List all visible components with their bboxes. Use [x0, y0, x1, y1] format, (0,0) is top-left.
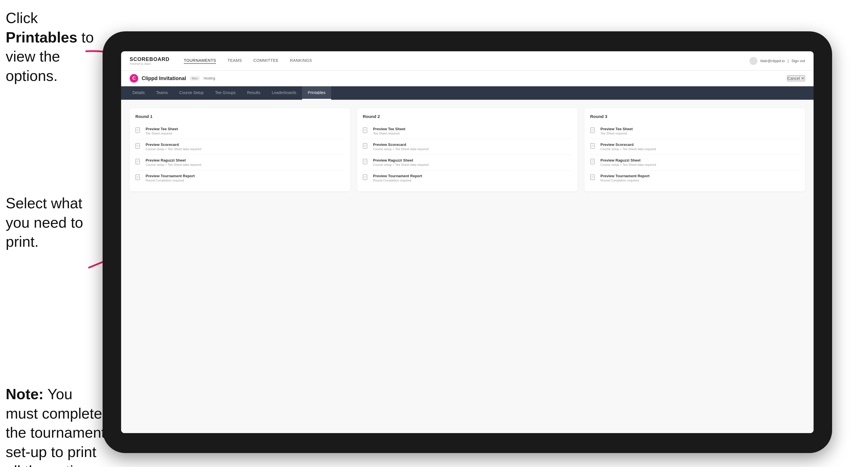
print-req-r1-3: Course setup + Tee Sheet data required [146, 163, 201, 166]
tablet-frame: SCOREBOARD Powered by clippd TOURNAMENTS… [102, 31, 832, 453]
instruction-mid: Select what you need to print. [6, 194, 100, 252]
doc-icon-r2-4 [363, 175, 370, 182]
print-name-r3-3: Preview Raguzzi Sheet [600, 158, 656, 162]
tournament-icon: C [130, 74, 138, 83]
round-column-3: Round 3 Preview Tee SheetTee Sheet requi… [585, 108, 805, 191]
tab-teams[interactable]: Teams [151, 86, 174, 100]
doc-icon-r2-3 [363, 159, 370, 167]
print-req-r2-3: Course setup + Tee Sheet data required [373, 163, 429, 166]
tab-bar: Details Teams Course Setup Tee Groups Re… [121, 86, 813, 100]
print-name-r1-2: Preview Scorecard [146, 143, 201, 147]
tab-leaderboards[interactable]: Leaderboards [266, 86, 302, 100]
print-name-r1-4: Preview Tournament Report [146, 174, 195, 178]
print-name-r2-4: Preview Tournament Report [373, 174, 422, 178]
doc-icon-r1-1 [135, 127, 142, 135]
print-item-r3-4[interactable]: Preview Tournament ReportRound Completio… [590, 170, 799, 186]
print-info-r1-2: Preview ScorecardCourse setup + Tee Shee… [146, 143, 201, 151]
top-nav: SCOREBOARD Powered by clippd TOURNAMENTS… [121, 51, 813, 71]
nav-link-rankings[interactable]: RANKINGS [290, 58, 312, 64]
print-name-r3-4: Preview Tournament Report [600, 174, 649, 178]
logo-title: SCOREBOARD [130, 56, 169, 62]
tournament-header: C Clippd Invitational Men Hosting Cancel… [121, 71, 813, 86]
print-item-r2-2[interactable]: Preview ScorecardCourse setup + Tee Shee… [363, 139, 572, 155]
sign-out-link[interactable]: Sign out [792, 59, 805, 63]
round-title-1: Round 1 [135, 114, 344, 119]
print-info-r3-2: Preview ScorecardCourse setup + Tee Shee… [600, 143, 656, 151]
main-content: Round 1 Preview Tee SheetTee Sheet requi… [121, 100, 813, 433]
print-name-r2-2: Preview Scorecard [373, 143, 429, 147]
nav-links: TOURNAMENTS TEAMS COMMITTEE RANKINGS [184, 58, 749, 64]
print-item-r2-4[interactable]: Preview Tournament ReportRound Completio… [363, 170, 572, 186]
print-req-r2-2: Course setup + Tee Sheet data required [373, 147, 429, 151]
print-info-r2-4: Preview Tournament ReportRound Completio… [373, 174, 422, 182]
print-name-r1-3: Preview Raguzzi Sheet [146, 158, 201, 162]
round-column-2: Round 2 Preview Tee SheetTee Sheet requi… [357, 108, 578, 191]
print-req-r1-2: Course setup + Tee Sheet data required [146, 147, 201, 151]
tab-results[interactable]: Results [241, 86, 266, 100]
round-title-2: Round 2 [363, 114, 572, 119]
logo-subtitle: Powered by clippd [130, 62, 169, 65]
print-name-r3-1: Preview Tee Sheet [600, 127, 632, 131]
print-item-r2-1[interactable]: Preview Tee SheetTee Sheet required [363, 123, 572, 139]
doc-icon-r3-1 [590, 127, 597, 135]
doc-icon-r1-4 [135, 175, 142, 182]
scoreboard-logo: SCOREBOARD Powered by clippd [130, 56, 169, 65]
doc-icon-r3-4 [590, 175, 597, 182]
print-item-r3-1[interactable]: Preview Tee SheetTee Sheet required [590, 123, 799, 139]
print-req-r2-1: Tee Sheet required [373, 132, 405, 135]
round-title-3: Round 3 [590, 114, 799, 119]
print-info-r2-1: Preview Tee SheetTee Sheet required [373, 127, 405, 135]
tournament-badge: Men [189, 76, 200, 81]
nav-link-committee[interactable]: COMMITTEE [253, 58, 279, 64]
doc-icon-r3-3 [590, 159, 597, 167]
print-info-r3-1: Preview Tee SheetTee Sheet required [600, 127, 632, 135]
tournament-name: Clippd Invitational [142, 75, 186, 82]
doc-icon-r1-2 [135, 143, 142, 151]
hosting-badge: Hosting [204, 76, 215, 80]
print-info-r2-2: Preview ScorecardCourse setup + Tee Shee… [373, 143, 429, 151]
nav-link-teams[interactable]: TEAMS [227, 58, 242, 64]
print-name-r2-1: Preview Tee Sheet [373, 127, 405, 131]
print-info-r3-3: Preview Raguzzi SheetCourse setup + Tee … [600, 158, 656, 166]
print-item-r2-3[interactable]: Preview Raguzzi SheetCourse setup + Tee … [363, 155, 572, 170]
print-req-r3-2: Course setup + Tee Sheet data required [600, 147, 656, 151]
user-email: blair@clippd.io [760, 59, 784, 63]
tab-tee-groups[interactable]: Tee Groups [210, 86, 241, 100]
tournament-title: C Clippd Invitational Men Hosting [130, 74, 215, 83]
print-info-r2-3: Preview Raguzzi SheetCourse setup + Tee … [373, 158, 429, 166]
print-info-r1-4: Preview Tournament ReportRound Completio… [146, 174, 195, 182]
print-name-r1-1: Preview Tee Sheet [146, 127, 178, 131]
print-info-r1-1: Preview Tee SheetTee Sheet required [146, 127, 178, 135]
print-req-r2-4: Round Completion required [373, 179, 422, 182]
doc-icon-r1-3 [135, 159, 142, 167]
print-item-r1-3[interactable]: Preview Raguzzi SheetCourse setup + Tee … [135, 155, 344, 170]
print-req-r3-3: Course setup + Tee Sheet data required [600, 163, 656, 166]
doc-icon-r2-1 [363, 127, 370, 135]
print-name-r3-2: Preview Scorecard [600, 143, 656, 147]
tab-printables[interactable]: Printables [302, 86, 331, 100]
nav-link-tournaments[interactable]: TOURNAMENTS [184, 58, 216, 64]
doc-icon-r2-2 [363, 143, 370, 151]
cancel-button[interactable]: Cancel ✕ [787, 75, 805, 81]
separator: | [788, 59, 788, 63]
print-req-r1-4: Round Completion required [146, 179, 195, 182]
doc-icon-r3-2 [590, 143, 597, 151]
nav-right: blair@clippd.io | Sign out [749, 57, 805, 65]
print-item-r3-3[interactable]: Preview Raguzzi SheetCourse setup + Tee … [590, 155, 799, 170]
print-req-r1-1: Tee Sheet required [146, 132, 178, 135]
print-req-r3-1: Tee Sheet required [600, 132, 632, 135]
print-req-r3-4: Round Completion required [600, 179, 649, 182]
print-info-r1-3: Preview Raguzzi SheetCourse setup + Tee … [146, 158, 201, 166]
round-column-1: Round 1 Preview Tee SheetTee Sheet requi… [130, 108, 350, 191]
user-avatar [749, 57, 757, 65]
print-item-r1-4[interactable]: Preview Tournament ReportRound Completio… [135, 170, 344, 186]
tablet-screen: SCOREBOARD Powered by clippd TOURNAMENTS… [121, 51, 813, 433]
print-item-r1-1[interactable]: Preview Tee SheetTee Sheet required [135, 123, 344, 139]
print-name-r2-3: Preview Raguzzi Sheet [373, 158, 429, 162]
print-item-r1-2[interactable]: Preview ScorecardCourse setup + Tee Shee… [135, 139, 344, 155]
tab-details[interactable]: Details [127, 86, 151, 100]
print-item-r3-2[interactable]: Preview ScorecardCourse setup + Tee Shee… [590, 139, 799, 155]
tab-course-setup[interactable]: Course Setup [174, 86, 210, 100]
instruction-bottom: Note: You must complete the tournament s… [6, 385, 108, 467]
print-info-r3-4: Preview Tournament ReportRound Completio… [600, 174, 649, 182]
